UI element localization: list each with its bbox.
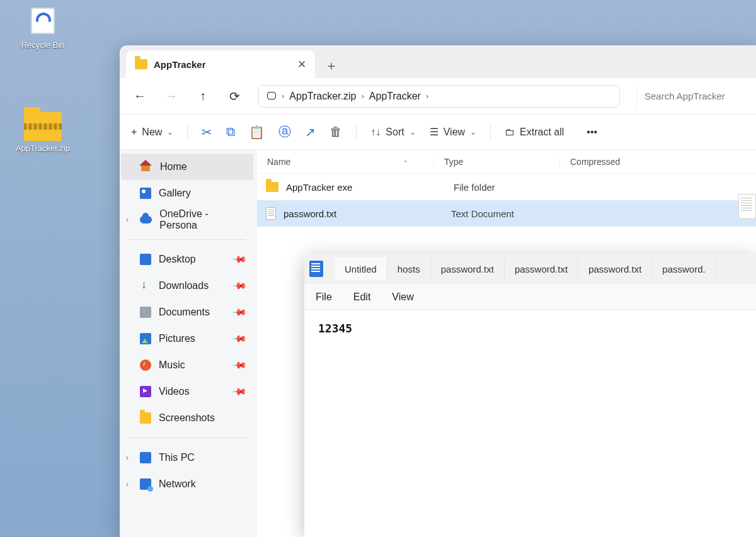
pin-icon: 📌 (231, 331, 248, 347)
notepad-tab[interactable]: password.txt (578, 257, 652, 281)
column-name[interactable]: Name (267, 157, 290, 167)
notepad-window: Untitledhostspassword.txtpassword.txtpas… (304, 254, 756, 537)
notepad-tab[interactable]: hosts (387, 257, 431, 281)
nav-back-button[interactable]: ← (132, 89, 147, 103)
notepad-tab[interactable]: password. (652, 257, 716, 281)
zip-folder-icon (24, 112, 62, 141)
sidebar-item-documents[interactable]: Documents📌 (121, 299, 253, 325)
chevron-right-icon: › (361, 91, 364, 101)
download-icon (140, 280, 151, 291)
new-tab-button[interactable]: ＋ (319, 53, 344, 78)
home-icon (140, 161, 152, 172)
chevron-right-icon[interactable]: › (126, 480, 129, 489)
close-tab-icon[interactable]: ✕ (297, 58, 306, 71)
chevron-down-icon: ⌄ (167, 128, 173, 137)
nav-up-button[interactable]: ↑ (195, 89, 210, 103)
sidebar-item-this-pc[interactable]: ›This PC (121, 444, 253, 471)
chevron-right-icon: › (282, 91, 284, 101)
explorer-tab-title: AppTracker (154, 59, 291, 70)
music-icon (140, 359, 151, 371)
videos-icon (140, 386, 151, 397)
view-icon: ☰ (430, 126, 438, 138)
recycle-bin-icon (26, 4, 60, 38)
separator (490, 124, 491, 140)
sidebar-item-home[interactable]: Home (121, 154, 253, 180)
sidebar-item-pictures[interactable]: Pictures📌 (121, 325, 253, 352)
sidebar-item-gallery[interactable]: Gallery (121, 180, 253, 206)
file-type: Text Document (451, 208, 577, 219)
sidebar-item-onedrive[interactable]: ›OneDrive - Persona (121, 206, 253, 233)
file-name: password.txt (284, 208, 444, 219)
cut-button[interactable]: ✂ (202, 125, 212, 140)
sort-button[interactable]: ↑↓Sort⌄ (370, 127, 415, 138)
sidebar-item-downloads[interactable]: Downloads📌 (121, 273, 253, 299)
separator (187, 124, 188, 140)
sidebar-item-screenshots[interactable]: Screenshots (121, 405, 253, 431)
nav-refresh-button[interactable]: ⟳ (227, 89, 242, 104)
notepad-tab[interactable]: password.txt (431, 257, 505, 281)
extract-icon: 🗀 (505, 127, 515, 138)
explorer-sidebar: Home Gallery ›OneDrive - Persona Desktop… (120, 150, 257, 537)
sidebar-item-music[interactable]: Music📌 (121, 352, 253, 378)
text-file-icon (266, 207, 276, 220)
chevron-down-icon: ⌄ (410, 128, 416, 137)
folder-icon (135, 59, 147, 69)
view-button[interactable]: ☰View⌄ (430, 126, 476, 138)
notepad-tab[interactable]: Untitled (335, 257, 387, 281)
gallery-icon (140, 188, 151, 199)
nav-forward-button[interactable]: → (164, 89, 179, 103)
network-icon (140, 478, 151, 490)
sidebar-item-desktop[interactable]: Desktop📌 (121, 246, 253, 273)
new-button[interactable]: + New ⌄ (131, 127, 173, 138)
menu-file[interactable]: File (316, 291, 332, 303)
paste-button[interactable]: 📋 (249, 125, 265, 140)
column-type[interactable]: Type (433, 157, 559, 167)
separator (129, 438, 246, 438)
search-input[interactable]: Search AppTracker (636, 85, 743, 108)
explorer-tabbar: AppTracker ✕ ＋ (120, 45, 756, 78)
pc-icon (140, 452, 151, 463)
pin-icon: 📌 (231, 278, 248, 294)
sidebar-item-network[interactable]: ›Network (121, 471, 253, 497)
pin-icon: 📌 (231, 383, 248, 400)
notepad-tabbar: Untitledhostspassword.txtpassword.txtpas… (304, 254, 756, 284)
sidebar-item-videos[interactable]: Videos📌 (121, 378, 253, 405)
breadcrumb[interactable]: 🖵 › AppTracker.zip › AppTracker › (258, 85, 620, 108)
chevron-right-icon[interactable]: › (126, 453, 129, 462)
more-button[interactable]: ••• (587, 127, 597, 138)
copy-button[interactable]: ⧉ (226, 125, 235, 139)
desktop-icon-apptracker-zip[interactable]: AppTracker.zip (13, 112, 73, 153)
monitor-icon: 🖵 (266, 91, 277, 102)
breadcrumb-segment[interactable]: AppTracker (369, 91, 421, 102)
notepad-content[interactable]: 12345 (304, 310, 756, 346)
explorer-tab[interactable]: AppTracker ✕ (126, 50, 315, 78)
desktop-icon-label: Recycle Bin (13, 40, 73, 50)
column-compressed[interactable]: Compressed (559, 157, 756, 167)
rename-button[interactable]: ⓐ (278, 123, 291, 140)
file-row[interactable]: password.txtText Document (257, 200, 756, 227)
extract-all-button[interactable]: 🗀Extract all (505, 127, 564, 138)
file-name: AppTracker exe (286, 182, 446, 193)
explorer-command-bar: + New ⌄ ✂ ⧉ 📋 ⓐ ↗ 🗑 ↑↓Sort⌄ ☰View⌄ 🗀Extr… (120, 115, 756, 150)
chevron-right-icon: › (426, 91, 428, 101)
breadcrumb-segment[interactable]: AppTracker.zip (289, 91, 356, 102)
pin-icon: 📌 (231, 251, 248, 268)
sort-icon: ↑↓ (370, 127, 381, 138)
explorer-nav-row: ← → ↑ ⟳ 🖵 › AppTracker.zip › AppTracker … (120, 78, 756, 115)
notepad-tab[interactable]: password.txt (505, 257, 578, 281)
share-button[interactable]: ↗ (305, 125, 316, 140)
desktop-icon-recycle-bin[interactable]: Recycle Bin (13, 4, 73, 50)
folder-icon (266, 182, 278, 192)
sort-indicator-icon: ⌃ (403, 159, 408, 167)
separator (129, 239, 246, 240)
file-row[interactable]: AppTracker exeFile folder (257, 174, 756, 200)
delete-button[interactable]: 🗑 (329, 125, 342, 139)
desktop-icon-label: AppTracker.zip (13, 144, 73, 153)
chevron-right-icon[interactable]: › (126, 215, 129, 224)
column-headers[interactable]: Name⌃ Type Compressed (257, 150, 756, 174)
menu-view[interactable]: View (392, 291, 413, 303)
chevron-down-icon: ⌄ (470, 128, 476, 137)
menu-edit[interactable]: Edit (353, 291, 371, 303)
plus-circle-icon: + (131, 127, 137, 138)
pictures-icon (140, 333, 151, 344)
